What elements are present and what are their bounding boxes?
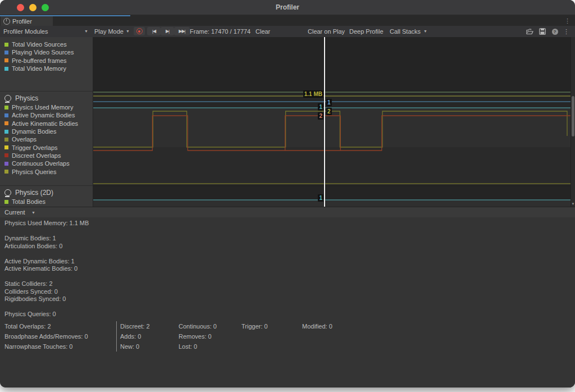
series-color-swatch <box>4 145 8 149</box>
legend-item-total-bodies[interactable]: Total Bodies <box>0 198 93 206</box>
physics-2d-module-icon <box>4 189 11 196</box>
legend-label: Physics Queries <box>12 168 56 175</box>
load-profile-icon[interactable] <box>526 28 535 35</box>
profiler-window: Profiler Profiler ⋮ Profiler Modules ▼ P… <box>0 0 575 388</box>
detail-line <box>4 303 575 311</box>
details-pane: Physics Used Memory: 1.1 MB Dynamic Bodi… <box>0 217 575 388</box>
legend-item-total-video-sources[interactable]: Total Video Sources <box>0 40 93 48</box>
legend-item-playing-video-sources[interactable]: Playing Video Sources <box>0 48 93 56</box>
series-line-total-overlaps <box>93 111 567 147</box>
series-color-swatch <box>4 138 8 142</box>
legend-label: Active Dynamic Bodies <box>12 112 75 118</box>
module-header-label: Physics (2D) <box>15 189 53 197</box>
chart-value-badge: 1 <box>318 194 323 202</box>
prev-frame-button[interactable]: |◀ <box>147 27 161 35</box>
legend-label: Pre-buffered frames <box>12 57 67 64</box>
detail-lines: Physics Used Memory: 1.1 MB Dynamic Bodi… <box>4 220 575 318</box>
legend-item-total-video-memory[interactable]: Total Video Memory <box>0 65 93 72</box>
current-frame-button[interactable]: ▶▶| <box>174 27 190 35</box>
detail-cell: Adds: 0 <box>116 331 179 341</box>
clear-button[interactable]: Clear <box>255 26 270 37</box>
record-icon <box>136 28 143 34</box>
series-color-swatch <box>4 162 8 166</box>
legend-item-active-kinematic-bodies[interactable]: Active Kinematic Bodies <box>0 120 93 127</box>
help-icon[interactable]: ? <box>550 28 559 35</box>
detail-cell: Modified: 0 <box>302 321 575 331</box>
legend-item-physics-used-memory[interactable]: Physics Used Memory <box>0 103 93 111</box>
vertical-scrollbar[interactable]: ▼ <box>571 37 575 207</box>
detail-line: Static Colliders: 2 <box>4 280 575 288</box>
legend-label: Active Kinematic Bodies <box>12 120 78 127</box>
detail-line: Colliders Synced: 0 <box>4 288 575 296</box>
detail-line: Physics Used Memory: 1.1 MB <box>4 220 575 227</box>
toolbar-menu-icon[interactable]: ⋮ <box>563 26 569 37</box>
legend-label: Dynamic Bodies <box>12 128 56 135</box>
legend-label: Playing Video Sources <box>12 49 74 56</box>
legend-item-trigger-overlaps[interactable]: Trigger Overlaps <box>0 143 93 151</box>
detail-line: Active Kinematic Bodies: 0 <box>4 265 575 273</box>
detail-line <box>4 227 575 235</box>
series-color-swatch <box>4 106 8 110</box>
detail-cell: Removes: 0 <box>179 331 241 341</box>
profiler-modules-dropdown[interactable]: Profiler Modules <box>3 26 48 37</box>
next-frame-button[interactable]: ▶| <box>161 27 174 35</box>
record-button[interactable] <box>134 27 145 35</box>
details-mode-dropdown[interactable]: Current <box>4 207 25 218</box>
series-color-swatch <box>4 67 8 71</box>
detail-line: Dynamic Bodies: 1 <box>4 235 575 243</box>
module-header-physics[interactable]: Physics <box>0 92 93 103</box>
physics-2d-chart[interactable] <box>93 186 571 207</box>
chart-area: 1.1 MB11221 <box>93 37 571 207</box>
legend-label: Total Video Memory <box>12 65 66 72</box>
series-color-swatch <box>4 200 8 204</box>
legend-label: Continuous Overlaps <box>12 160 70 167</box>
module-header-physics-2d[interactable]: Physics (2D) <box>0 186 93 198</box>
detail-line: Active Dynamic Bodies: 1 <box>4 258 575 266</box>
detail-cell: Continuous: 0 <box>179 321 241 331</box>
physics-module-icon <box>4 95 11 102</box>
overlap-table: Total Overlaps: 2Discreet: 2Continuous: … <box>4 321 575 352</box>
legend-item-pre-buffered-frames[interactable]: Pre-buffered frames <box>0 57 93 65</box>
detail-cell: Trigger: 0 <box>241 321 302 331</box>
tab-profiler[interactable]: Profiler <box>1 16 53 26</box>
module-section-physics: Physics Physics Used MemoryActive Dynami… <box>0 92 93 186</box>
profiler-gauge-icon <box>3 18 10 25</box>
chevron-down-icon[interactable]: ▼ <box>126 26 130 37</box>
legend-item-continuous-overlaps[interactable]: Continuous Overlaps <box>0 159 93 167</box>
series-line-discreet-overlaps <box>93 116 571 151</box>
detail-line: Rigidbodies Synced: 0 <box>4 295 575 303</box>
tab-label: Profiler <box>12 18 32 25</box>
chevron-down-icon[interactable]: ▼ <box>423 26 427 37</box>
chart-value-badge: 2 <box>318 112 323 120</box>
save-profile-icon[interactable] <box>538 28 547 35</box>
detail-cell <box>241 331 302 341</box>
play-mode-dropdown[interactable]: Play Mode <box>94 26 124 37</box>
legend-item-overlaps[interactable]: Overlaps <box>0 135 93 143</box>
chevron-down-icon[interactable]: ▼ <box>31 207 35 218</box>
legend-item-physics-queries[interactable]: Physics Queries <box>0 167 93 175</box>
toolbar: Profiler Modules ▼ Play Mode ▼ |◀ ▶| ▶▶|… <box>0 26 575 38</box>
video-chart[interactable] <box>93 37 571 92</box>
window-title: Profiler <box>0 0 575 15</box>
details-mode-bar: Current ▼ <box>0 207 575 218</box>
detail-cell <box>302 331 575 341</box>
deep-profile-toggle[interactable]: Deep Profile <box>349 26 384 37</box>
series-color-swatch <box>4 43 8 47</box>
clear-on-play-toggle[interactable]: Clear on Play <box>308 26 345 37</box>
playhead[interactable] <box>324 37 325 207</box>
legend-item-dynamic-bodies[interactable]: Dynamic Bodies <box>0 127 93 135</box>
scroll-down-icon[interactable]: ▼ <box>571 202 575 206</box>
series-color-swatch <box>4 170 8 174</box>
detail-cell: Total Overlaps: 2 <box>4 321 116 331</box>
chevron-down-icon[interactable]: ▼ <box>84 26 88 37</box>
detail-cell: Broadphase Adds/Removes: 0 <box>4 331 116 341</box>
window-menu-icon[interactable]: ⋮ <box>564 16 571 25</box>
chart-value-badge: 1 <box>318 103 323 111</box>
scrollbar-thumb[interactable] <box>572 96 574 136</box>
call-stacks-dropdown[interactable]: Call Stacks <box>390 26 421 37</box>
detail-cell <box>302 341 575 352</box>
physics-chart[interactable] <box>93 92 571 186</box>
legend-item-active-dynamic-bodies[interactable]: Active Dynamic Bodies <box>0 111 93 119</box>
legend-item-discreet-overlaps[interactable]: Discreet Overlaps <box>0 152 93 159</box>
legend-label: Overlaps <box>12 136 36 143</box>
